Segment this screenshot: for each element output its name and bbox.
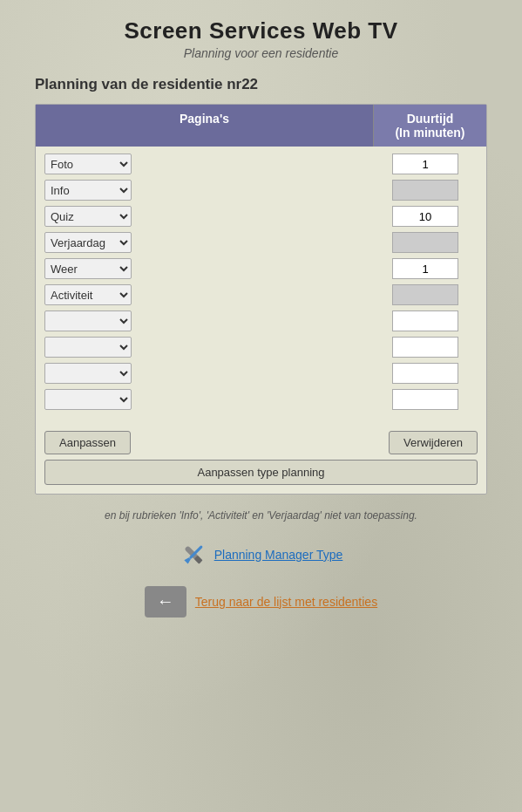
page-select-7[interactable]: Foto Info Quiz Verjaardag Weer Activitei… — [44, 337, 132, 358]
col-input-1 — [364, 180, 478, 201]
page-select-0[interactable]: Foto Info Quiz Verjaardag Weer Activitei… — [44, 154, 132, 174]
col-input-8 — [364, 363, 478, 384]
col-select-2: Quiz Foto Info Verjaardag Weer Activitei… — [44, 206, 364, 227]
duration-input-8[interactable] — [392, 363, 458, 384]
col-input-9 — [364, 389, 478, 410]
planning-table: Pagina's Duurtijd (In minuten) Foto Info… — [35, 104, 487, 495]
page-select-2[interactable]: Quiz Foto Info Verjaardag Weer Activitei… — [44, 206, 132, 227]
col-input-5 — [364, 284, 478, 305]
table-row: Activiteit Foto Info Quiz Verjaardag Wee… — [44, 284, 478, 305]
table-row: Quiz Foto Info Verjaardag Weer Activitei… — [44, 206, 478, 227]
table-body: Foto Info Quiz Verjaardag Weer Activitei… — [36, 147, 486, 422]
header-title: Screen Services Web TV — [35, 17, 487, 44]
col-select-4: Weer Foto Info Quiz Verjaardag Activitei… — [44, 258, 364, 279]
col-input-7 — [364, 337, 478, 358]
table-row: Foto Info Quiz Verjaardag Weer Activitei… — [44, 337, 478, 358]
col-select-3: Verjaardag Foto Info Quiz Weer Activitei… — [44, 232, 364, 253]
header-subtitle: Planning voor een residentie — [35, 46, 487, 60]
wrench-icon — [180, 541, 207, 569]
buttons-row: Aanpassen Verwijderen — [44, 431, 478, 454]
duration-input-3[interactable] — [392, 232, 458, 253]
col-select-0: Foto Info Quiz Verjaardag Weer Activitei… — [44, 154, 364, 174]
col-input-3 — [364, 232, 478, 253]
aanpassen-button[interactable]: Aanpassen — [44, 431, 131, 454]
page-wrapper: Screen Services Web TV Planning voor een… — [0, 0, 522, 652]
duration-input-6[interactable] — [392, 310, 458, 331]
duration-input-9[interactable] — [392, 389, 458, 410]
table-row: Foto Info Quiz Verjaardag Weer Activitei… — [44, 363, 478, 384]
page-select-5[interactable]: Activiteit Foto Info Quiz Verjaardag Wee… — [44, 284, 132, 305]
page-select-9[interactable]: Foto Info Quiz Verjaardag Weer Activitei… — [44, 389, 132, 410]
page-select-3[interactable]: Verjaardag Foto Info Quiz Weer Activitei… — [44, 232, 132, 253]
planning-title: Planning van de residentie nr22 — [35, 76, 487, 93]
col-select-7: Foto Info Quiz Verjaardag Weer Activitei… — [44, 337, 364, 358]
page-select-1[interactable]: Info Foto Quiz Verjaardag Weer Activitei… — [44, 180, 132, 201]
planning-manager-row: Planning Manager Type — [35, 541, 487, 569]
header: Screen Services Web TV Planning voor een… — [35, 17, 487, 60]
col-duration-header: Duurtijd (In minuten) — [373, 105, 486, 147]
planning-manager-link[interactable]: Planning Manager Type — [214, 548, 343, 562]
table-row: Foto Info Quiz Verjaardag Weer Activitei… — [44, 310, 478, 331]
col-select-6: Foto Info Quiz Verjaardag Weer Activitei… — [44, 310, 364, 331]
table-header: Pagina's Duurtijd (In minuten) — [36, 105, 486, 147]
col-input-2 — [364, 206, 478, 227]
duration-input-0[interactable] — [392, 154, 458, 174]
table-row: Foto Info Quiz Verjaardag Weer Activitei… — [44, 389, 478, 410]
col-input-4 — [364, 258, 478, 279]
page-select-4[interactable]: Weer Foto Info Quiz Verjaardag Activitei… — [44, 258, 132, 279]
col-select-9: Foto Info Quiz Verjaardag Weer Activitei… — [44, 389, 364, 410]
duration-input-2[interactable] — [392, 206, 458, 227]
back-link[interactable]: Terug naar de lijst met residenties — [195, 595, 377, 609]
table-row: Foto Info Quiz Verjaardag Weer Activitei… — [44, 154, 478, 174]
col-select-5: Activiteit Foto Info Quiz Verjaardag Wee… — [44, 284, 364, 305]
col-pages-header: Pagina's — [36, 105, 373, 147]
duration-input-7[interactable] — [392, 337, 458, 358]
duration-input-1[interactable] — [392, 180, 458, 201]
aanpassen-type-button[interactable]: Aanpassen type planning — [44, 460, 478, 485]
table-row: Info Foto Quiz Verjaardag Weer Activitei… — [44, 180, 478, 201]
verwijderen-button[interactable]: Verwijderen — [389, 431, 478, 454]
note-text: en bij rubrieken 'Info', 'Activiteit' en… — [35, 508, 487, 523]
page-select-8[interactable]: Foto Info Quiz Verjaardag Weer Activitei… — [44, 363, 132, 384]
table-row: Verjaardag Foto Info Quiz Weer Activitei… — [44, 232, 478, 253]
col-input-0 — [364, 154, 478, 174]
back-arrow-icon: ← — [157, 591, 174, 611]
table-row: Weer Foto Info Quiz Verjaardag Activitei… — [44, 258, 478, 279]
back-icon[interactable]: ← — [145, 586, 186, 618]
duration-input-5[interactable] — [392, 284, 458, 305]
page-select-6[interactable]: Foto Info Quiz Verjaardag Weer Activitei… — [44, 310, 132, 331]
back-row: ← Terug naar de lijst met residenties — [35, 586, 487, 618]
duration-input-4[interactable] — [392, 258, 458, 279]
col-select-8: Foto Info Quiz Verjaardag Weer Activitei… — [44, 363, 364, 384]
col-input-6 — [364, 310, 478, 331]
col-select-1: Info Foto Quiz Verjaardag Weer Activitei… — [44, 180, 364, 201]
